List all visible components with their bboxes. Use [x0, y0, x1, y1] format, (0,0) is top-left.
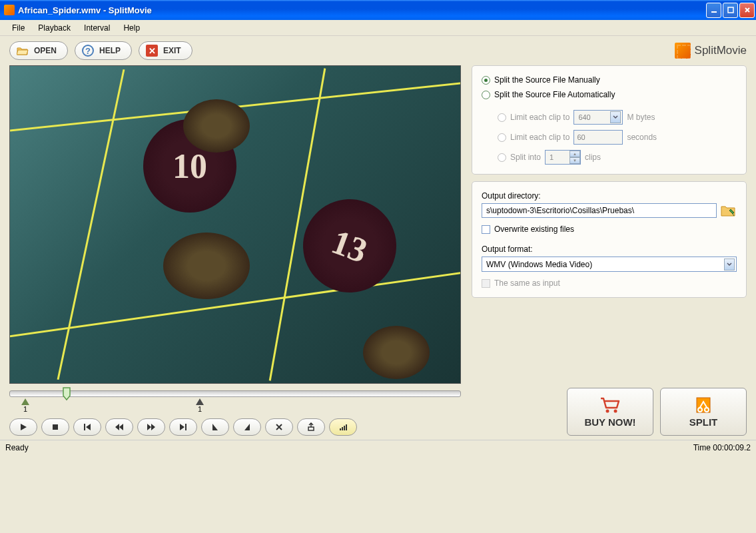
radio-limit-bytes[interactable] — [498, 113, 506, 122]
svg-rect-5 — [308, 427, 314, 430]
svg-rect-9 — [346, 424, 347, 430]
svg-rect-1 — [728, 7, 733, 13]
next-frame-button[interactable] — [169, 418, 197, 436]
limit-bytes-unit: M bytes — [627, 113, 655, 122]
limit-bytes-select[interactable]: 640 — [573, 110, 623, 125]
cart-icon — [599, 396, 621, 414]
video-object — [183, 99, 250, 153]
volume-button[interactable] — [329, 418, 357, 436]
radio-manual[interactable] — [482, 76, 490, 85]
same-as-input-checkbox[interactable] — [482, 279, 490, 288]
open-label: OPEN — [34, 46, 57, 55]
status-left: Ready — [5, 443, 29, 452]
forward-button[interactable] — [137, 418, 165, 436]
stop-button[interactable] — [41, 418, 69, 436]
svg-point-10 — [606, 409, 609, 412]
output-format-select[interactable]: WMV (Windows Media Video) — [482, 257, 737, 272]
split-button[interactable]: SPLIT — [660, 388, 747, 436]
output-format-label: Output format: — [482, 245, 737, 254]
split-mode-panel: Split the Source File Manually Split the… — [472, 65, 747, 175]
split-into-value: 1 — [550, 153, 554, 161]
folder-open-icon — [17, 45, 29, 57]
svg-rect-0 — [711, 11, 717, 13]
video-object — [163, 233, 250, 299]
menu-help[interactable]: Help — [117, 21, 147, 35]
radio-split-into[interactable] — [498, 153, 506, 162]
titlebar[interactable]: African_Spider.wmv - SplitMovie — [0, 0, 756, 20]
menu-file[interactable]: File — [5, 21, 31, 35]
close-button[interactable] — [739, 3, 755, 18]
play-button[interactable] — [9, 418, 37, 436]
toolbar: OPEN ? HELP ✕ EXIT SplitMovie — [0, 36, 756, 65]
overwrite-checkbox[interactable] — [482, 225, 490, 234]
svg-rect-3 — [84, 424, 85, 430]
help-button[interactable]: ? HELP — [75, 41, 132, 60]
help-label: HELP — [99, 46, 121, 55]
svg-rect-8 — [344, 426, 345, 430]
radio-limit-secs[interactable] — [498, 133, 506, 142]
browse-button[interactable] — [721, 204, 737, 217]
radio-manual-label: Split the Source File Manually — [494, 75, 600, 85]
limit-secs-input[interactable] — [573, 130, 623, 145]
radio-auto-label: Split the Source File Automatically — [494, 90, 615, 99]
limit-bytes-label: Limit each clip to — [510, 113, 569, 122]
chevron-down-icon — [724, 259, 735, 270]
rewind-button[interactable] — [105, 418, 133, 436]
spinner-down-icon[interactable]: ▼ — [569, 157, 580, 164]
svg-rect-7 — [342, 427, 343, 430]
prev-frame-button[interactable] — [73, 418, 101, 436]
marker-end[interactable]: 1 — [196, 398, 204, 413]
marker-end-icon — [196, 398, 204, 405]
buy-now-button[interactable]: BUY NOW! — [567, 388, 653, 436]
output-dir-input[interactable] — [482, 203, 717, 218]
delete-marker-button[interactable] — [265, 418, 293, 436]
brand-logo: SplitMovie — [675, 43, 747, 59]
limit-secs-unit: seconds — [627, 133, 657, 142]
mark-in-button[interactable] — [201, 418, 229, 436]
menu-playback[interactable]: Playback — [31, 21, 77, 35]
limit-bytes-value: 640 — [578, 113, 590, 121]
radio-auto[interactable] — [482, 91, 490, 99]
marker-start-label: 1 — [23, 405, 27, 413]
video-number-13: 13 — [290, 186, 409, 305]
brand-icon — [675, 43, 691, 59]
marker-start[interactable]: 1 — [21, 398, 29, 413]
output-panel: Output directory: Overwrite existing fil… — [472, 181, 747, 298]
maximize-button[interactable] — [723, 3, 738, 18]
marker-end-label: 1 — [198, 405, 202, 413]
brand-text: SplitMovie — [695, 44, 747, 57]
split-icon — [693, 396, 714, 414]
split-into-label: Split into — [510, 153, 541, 162]
video-object — [363, 326, 430, 379]
app-icon — [4, 5, 15, 15]
menubar: File Playback Interval Help — [0, 20, 756, 36]
mark-out-button[interactable] — [233, 418, 261, 436]
exit-icon: ✕ — [146, 45, 158, 57]
svg-rect-2 — [53, 424, 58, 430]
timeline-slider[interactable] — [9, 390, 461, 397]
marker-start-icon — [21, 398, 29, 405]
same-as-input-label: The same as input — [494, 278, 560, 288]
help-icon: ? — [82, 45, 94, 57]
svg-point-11 — [614, 409, 617, 412]
transport-bar — [9, 418, 461, 436]
svg-rect-4 — [185, 424, 187, 430]
exit-button[interactable]: ✕ EXIT — [139, 41, 192, 60]
split-into-unit: clips — [585, 153, 601, 162]
svg-rect-6 — [340, 428, 341, 430]
overwrite-label: Overwrite existing files — [494, 225, 574, 234]
window-title: African_Spider.wmv - SplitMovie — [18, 5, 706, 15]
open-button[interactable]: OPEN — [9, 41, 68, 60]
export-button[interactable] — [297, 418, 325, 436]
buy-now-label: BUY NOW! — [584, 416, 635, 428]
menu-interval[interactable]: Interval — [77, 21, 117, 35]
video-preview[interactable]: 10 13 — [9, 65, 461, 384]
split-into-spinner[interactable]: 1 ▲▼ — [545, 150, 581, 165]
statusbar: Ready Time 00:00:09.2 — [0, 440, 756, 455]
spinner-up-icon[interactable]: ▲ — [569, 151, 580, 157]
output-format-value: WMV (Windows Media Video) — [486, 260, 592, 269]
exit-label: EXIT — [163, 46, 181, 55]
status-right: Time 00:00:09.2 — [693, 443, 751, 452]
chevron-down-icon — [610, 111, 621, 123]
minimize-button[interactable] — [706, 3, 721, 18]
